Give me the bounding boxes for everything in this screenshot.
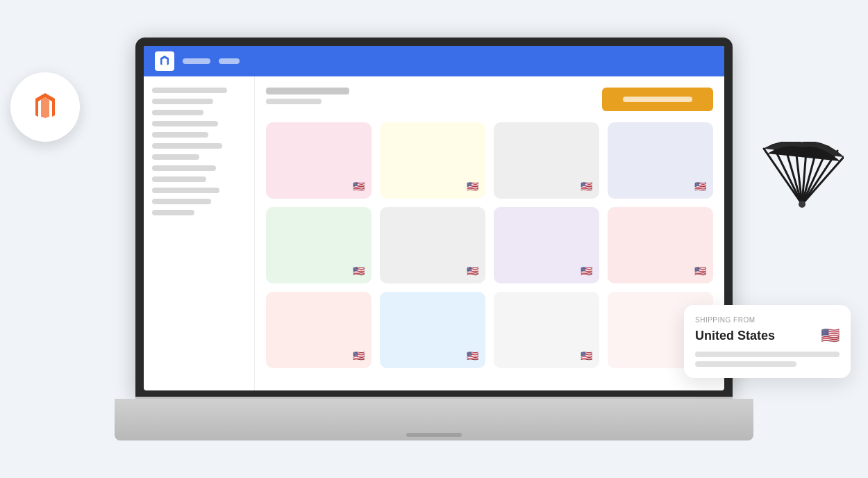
laptop-screen-outer: 🇺🇸 🇺🇸 🇺🇸 🇺🇸 [135, 38, 733, 399]
shipping-country: United States 🇺🇸 [695, 327, 840, 345]
header-nav-item-2[interactable] [219, 58, 240, 64]
product-flag-7: 🇺🇸 [581, 265, 592, 277]
main-action-button[interactable] [602, 88, 713, 111]
shipping-detail-bar-2 [695, 361, 796, 367]
product-card-5[interactable]: 🇺🇸 [266, 207, 372, 283]
product-flag-11: 🇺🇸 [581, 350, 592, 361]
button-label [623, 97, 692, 102]
app-body: 🇺🇸 🇺🇸 🇺🇸 🇺🇸 [144, 76, 724, 390]
product-flag-9: 🇺🇸 [353, 350, 365, 361]
sidebar-item-8[interactable] [152, 165, 216, 171]
product-card-11[interactable]: 🇺🇸 [494, 292, 599, 368]
product-card-6[interactable]: 🇺🇸 [380, 207, 485, 283]
product-card-8[interactable]: 🇺🇸 [608, 207, 713, 283]
sidebar-item-12[interactable] [152, 210, 194, 215]
product-card-4[interactable]: 🇺🇸 [608, 122, 713, 199]
page-subtitle [266, 99, 322, 104]
header-logo [155, 51, 174, 71]
header-nav-item-1[interactable] [183, 58, 210, 64]
product-flag-5: 🇺🇸 [353, 265, 365, 277]
product-flag-4: 🇺🇸 [694, 181, 706, 192]
shipping-country-name: United States [695, 329, 775, 343]
magento-badge [10, 72, 80, 142]
product-card-9[interactable]: 🇺🇸 [266, 292, 372, 368]
shipping-card: SHIPPING FROM United States 🇺🇸 [684, 305, 851, 378]
product-flag-1: 🇺🇸 [353, 181, 365, 192]
sidebar-item-9[interactable] [152, 176, 206, 182]
product-flag-6: 🇺🇸 [467, 265, 478, 277]
sidebar-item-3[interactable] [152, 110, 203, 115]
magento-icon [26, 88, 65, 126]
fan-decoration [760, 142, 844, 221]
main-top [266, 88, 713, 111]
product-card-1[interactable]: 🇺🇸 [266, 122, 372, 199]
laptop-base [115, 399, 753, 440]
svg-point-10 [799, 201, 806, 208]
page-title [266, 88, 349, 94]
shipping-label: SHIPPING FROM [695, 316, 840, 324]
laptop-notch [406, 433, 462, 437]
sidebar [144, 76, 255, 390]
sidebar-item-7[interactable] [152, 154, 199, 160]
header-logo-icon [158, 54, 172, 68]
main-title-block [266, 88, 349, 104]
product-flag-8: 🇺🇸 [694, 265, 706, 277]
sidebar-item-11[interactable] [152, 199, 211, 204]
laptop: 🇺🇸 🇺🇸 🇺🇸 🇺🇸 [115, 38, 753, 440]
sidebar-item-10[interactable] [152, 188, 219, 193]
product-grid: 🇺🇸 🇺🇸 🇺🇸 🇺🇸 [266, 122, 713, 368]
sidebar-item-2[interactable] [152, 99, 213, 104]
product-card-3[interactable]: 🇺🇸 [494, 122, 599, 199]
shipping-detail-bar-1 [695, 352, 840, 357]
product-flag-3: 🇺🇸 [581, 181, 592, 192]
shipping-country-flag: 🇺🇸 [821, 327, 840, 345]
product-card-2[interactable]: 🇺🇸 [380, 122, 485, 199]
product-card-10[interactable]: 🇺🇸 [380, 292, 485, 368]
sidebar-item-5[interactable] [152, 132, 208, 138]
fan-icon [760, 142, 844, 218]
product-flag-10: 🇺🇸 [467, 350, 478, 361]
product-card-7[interactable]: 🇺🇸 [494, 207, 599, 283]
product-flag-2: 🇺🇸 [467, 181, 478, 192]
app-header [144, 46, 724, 76]
sidebar-item-1[interactable] [152, 88, 227, 93]
sidebar-item-4[interactable] [152, 121, 218, 126]
main-content: 🇺🇸 🇺🇸 🇺🇸 🇺🇸 [255, 76, 724, 390]
sidebar-item-6[interactable] [152, 143, 222, 149]
laptop-screen-inner: 🇺🇸 🇺🇸 🇺🇸 🇺🇸 [144, 46, 724, 390]
scene: 🇺🇸 🇺🇸 🇺🇸 🇺🇸 [52, 17, 816, 461]
